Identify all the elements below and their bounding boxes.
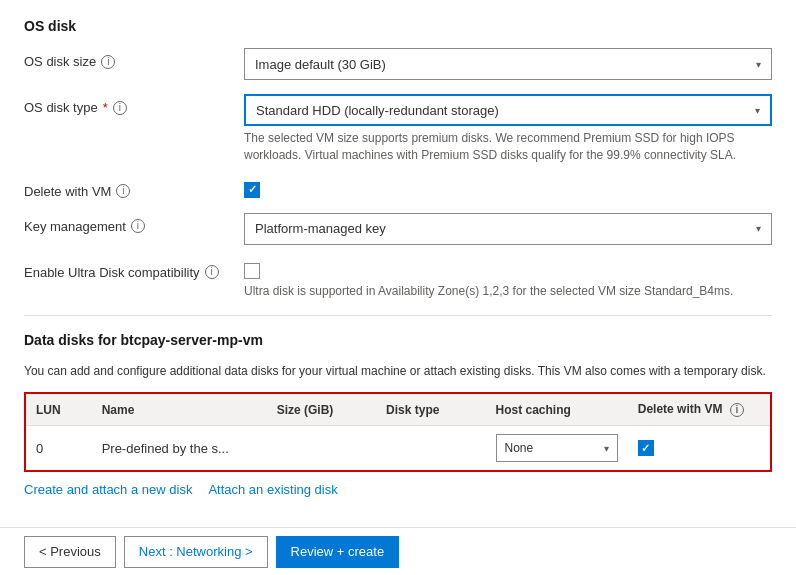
- ultra-disk-label: Enable Ultra Disk compatibility i: [24, 259, 244, 280]
- delete-with-vm-row: Delete with VM i ✓: [24, 178, 772, 199]
- row-delete-checkbox[interactable]: ✓: [638, 440, 654, 456]
- col-header-disk-type: Disk type: [376, 394, 485, 426]
- review-create-button[interactable]: Review + create: [276, 536, 400, 568]
- create-new-disk-link[interactable]: Create and attach a new disk: [24, 482, 192, 497]
- col-header-lun: LUN: [26, 394, 92, 426]
- data-disks-title: Data disks for btcpay-server-mp-vm: [24, 332, 772, 348]
- os-disk-size-chevron-icon: ▾: [756, 59, 761, 70]
- delete-with-vm-control: ✓: [244, 178, 772, 198]
- disk-table-wrapper: LUN Name Size (GiB) Disk type Host cachi…: [24, 392, 772, 472]
- host-caching-chevron-icon: ▾: [604, 443, 609, 454]
- ultra-disk-control: Ultra disk is supported in Availability …: [244, 259, 772, 300]
- delete-col-info-icon[interactable]: i: [730, 403, 744, 417]
- os-disk-size-select-wrapper: Image default (30 GiB) ▾: [244, 48, 772, 80]
- os-disk-section: OS disk OS disk size i Image default (30…: [24, 18, 772, 299]
- ultra-disk-info-icon[interactable]: i: [205, 265, 219, 279]
- previous-button[interactable]: < Previous: [24, 536, 116, 568]
- ultra-disk-row: Enable Ultra Disk compatibility i Ultra …: [24, 259, 772, 300]
- ultra-disk-checkbox[interactable]: [244, 263, 260, 279]
- os-disk-size-control: Image default (30 GiB) ▾: [244, 48, 772, 80]
- disk-links: Create and attach a new disk Attach an e…: [24, 482, 772, 497]
- section-divider: [24, 315, 772, 316]
- key-management-info-icon[interactable]: i: [131, 219, 145, 233]
- cell-disk-type: [376, 426, 485, 471]
- data-disks-subtitle: You can add and configure additional dat…: [24, 362, 772, 380]
- key-management-control: Platform-managed key ▾: [244, 213, 772, 245]
- checkmark-icon: ✓: [248, 183, 257, 196]
- os-disk-size-label: OS disk size i: [24, 48, 244, 69]
- key-management-select[interactable]: Platform-managed key ▾: [244, 213, 772, 245]
- os-disk-type-info-icon[interactable]: i: [113, 101, 127, 115]
- table-row: 0Pre-defined by the s...None▾✓: [26, 426, 770, 471]
- checkmark-icon: ✓: [641, 442, 650, 455]
- col-header-delete-with-vm: Delete with VM i: [628, 394, 770, 426]
- cell-host-caching: None▾: [486, 426, 628, 471]
- cell-size: [267, 426, 376, 471]
- key-management-select-wrapper: Platform-managed key ▾: [244, 213, 772, 245]
- col-header-host-caching: Host caching: [486, 394, 628, 426]
- os-disk-type-required: *: [103, 100, 108, 115]
- key-management-row: Key management i Platform-managed key ▾: [24, 213, 772, 245]
- data-disks-section: Data disks for btcpay-server-mp-vm You c…: [24, 332, 772, 497]
- delete-with-vm-label: Delete with VM i: [24, 178, 244, 199]
- os-disk-type-select[interactable]: Standard HDD (locally-redundant storage)…: [244, 94, 772, 126]
- cell-delete-with-vm: ✓: [628, 426, 770, 471]
- os-disk-type-chevron-icon: ▾: [755, 105, 760, 116]
- col-header-size: Size (GiB): [267, 394, 376, 426]
- col-header-name: Name: [92, 394, 267, 426]
- cell-name: Pre-defined by the s...: [92, 426, 267, 471]
- os-disk-type-hint: The selected VM size supports premium di…: [244, 130, 772, 164]
- ultra-disk-hint: Ultra disk is supported in Availability …: [244, 283, 772, 300]
- os-disk-size-info-icon[interactable]: i: [101, 55, 115, 69]
- disk-table: LUN Name Size (GiB) Disk type Host cachi…: [26, 394, 770, 470]
- os-disk-type-select-wrapper: Standard HDD (locally-redundant storage)…: [244, 94, 772, 126]
- footer-bar: < Previous Next : Networking > Review + …: [0, 527, 796, 575]
- host-caching-select[interactable]: None▾: [496, 434, 618, 462]
- os-disk-size-select[interactable]: Image default (30 GiB) ▾: [244, 48, 772, 80]
- os-disk-type-control: Standard HDD (locally-redundant storage)…: [244, 94, 772, 164]
- delete-with-vm-info-icon[interactable]: i: [116, 184, 130, 198]
- key-management-label: Key management i: [24, 213, 244, 234]
- os-disk-title: OS disk: [24, 18, 772, 34]
- ultra-disk-checkbox-wrapper: [244, 263, 772, 279]
- delete-with-vm-checkbox-wrapper: ✓: [244, 182, 772, 198]
- os-disk-type-label: OS disk type * i: [24, 94, 244, 115]
- disk-table-header-row: LUN Name Size (GiB) Disk type Host cachi…: [26, 394, 770, 426]
- os-disk-size-row: OS disk size i Image default (30 GiB) ▾: [24, 48, 772, 80]
- key-management-chevron-icon: ▾: [756, 223, 761, 234]
- delete-with-vm-checkbox[interactable]: ✓: [244, 182, 260, 198]
- next-button[interactable]: Next : Networking >: [124, 536, 268, 568]
- cell-lun: 0: [26, 426, 92, 471]
- os-disk-type-row: OS disk type * i Standard HDD (locally-r…: [24, 94, 772, 164]
- attach-existing-disk-link[interactable]: Attach an existing disk: [208, 482, 337, 497]
